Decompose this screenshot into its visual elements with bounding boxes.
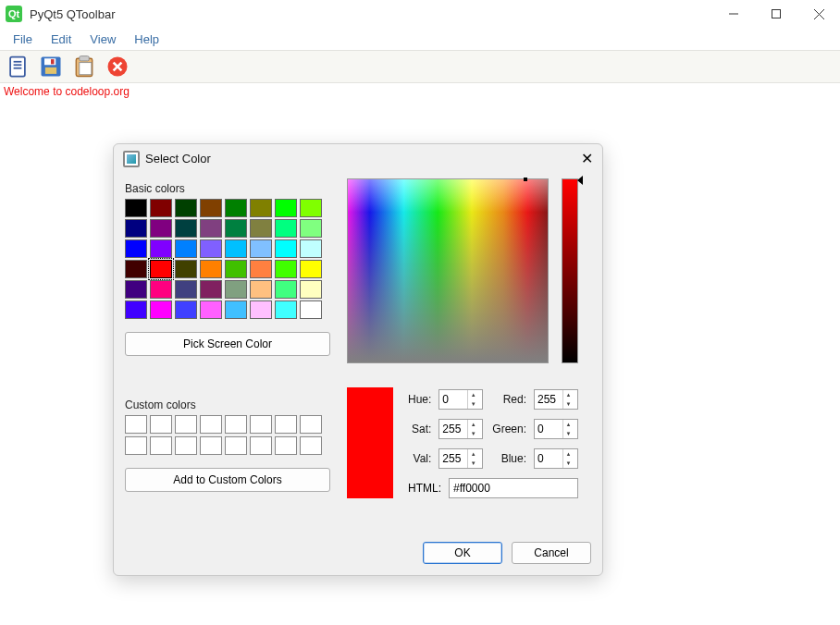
basic-color-swatch[interactable] [225,219,247,238]
basic-color-swatch[interactable] [275,260,297,278]
window-title: PyQt5 QToolbar [30,7,116,21]
new-file-button[interactable] [4,53,31,80]
hue-input[interactable]: ▲▼ [439,389,483,410]
basic-color-swatch[interactable] [250,239,272,258]
basic-color-swatch[interactable] [200,199,222,217]
custom-color-swatch[interactable] [275,436,297,455]
basic-color-swatch[interactable] [200,300,222,319]
basic-color-swatch[interactable] [275,239,297,258]
basic-color-swatch[interactable] [125,199,147,217]
val-label: Val: [404,452,433,465]
paste-button[interactable] [70,53,98,80]
custom-color-swatch[interactable] [275,415,297,434]
custom-color-swatch[interactable] [150,436,172,455]
color-preview [347,387,393,498]
minimize-button[interactable] [712,0,755,28]
html-input[interactable] [449,478,578,498]
basic-color-swatch[interactable] [200,219,222,238]
menu-file[interactable]: File [4,31,42,48]
val-input[interactable]: ▲▼ [439,448,483,469]
menubar: File Edit View Help [0,28,840,50]
sat-val-picker[interactable] [347,178,549,363]
basic-color-swatch[interactable] [300,300,322,319]
toolbar [0,50,840,83]
custom-color-swatch[interactable] [175,436,197,455]
green-input[interactable]: ▲▼ [534,419,578,439]
basic-color-swatch[interactable] [125,239,147,258]
basic-color-swatch[interactable] [175,199,197,217]
basic-color-swatch[interactable] [225,260,247,278]
basic-color-swatch[interactable] [175,260,197,278]
basic-color-swatch[interactable] [225,239,247,258]
basic-color-swatch[interactable] [225,280,247,299]
custom-color-swatch[interactable] [200,415,222,434]
dialog-title: Select Color [145,152,211,165]
basic-color-swatch[interactable] [125,280,147,299]
ok-button[interactable]: OK [423,542,502,564]
custom-color-swatch[interactable] [150,415,172,434]
basic-color-swatch[interactable] [175,300,197,319]
basic-colors-label: Basic colors [125,182,330,195]
basic-color-swatch[interactable] [200,280,222,299]
custom-color-swatch[interactable] [125,436,147,455]
svg-rect-11 [51,59,55,64]
basic-color-swatch[interactable] [300,260,322,278]
custom-color-swatch[interactable] [300,436,322,455]
basic-color-swatch[interactable] [175,239,197,258]
sat-input[interactable]: ▲▼ [439,419,483,439]
basic-color-swatch[interactable] [250,199,272,217]
basic-color-swatch[interactable] [275,280,297,299]
custom-color-swatch[interactable] [300,415,322,434]
basic-color-swatch[interactable] [300,199,322,217]
qt-logo-icon: Qt [6,6,22,22]
basic-color-swatch[interactable] [150,260,172,278]
basic-color-swatch[interactable] [200,260,222,278]
dialog-close-button[interactable]: ✕ [581,150,593,167]
basic-color-swatch[interactable] [150,199,172,217]
menu-edit[interactable]: Edit [42,31,80,48]
custom-color-swatch[interactable] [250,415,272,434]
basic-color-swatch[interactable] [250,260,272,278]
add-custom-colors-button[interactable]: Add to Custom Colors [125,468,330,492]
basic-color-swatch[interactable] [125,300,147,319]
basic-color-swatch[interactable] [125,219,147,238]
basic-color-swatch[interactable] [150,280,172,299]
custom-color-swatch[interactable] [200,436,222,455]
basic-color-swatch[interactable] [250,280,272,299]
blue-input[interactable]: ▲▼ [534,448,578,469]
basic-color-swatch[interactable] [250,219,272,238]
red-input[interactable]: ▲▼ [534,389,578,410]
basic-color-swatch[interactable] [300,280,322,299]
basic-color-swatch[interactable] [175,219,197,238]
basic-color-swatch[interactable] [175,280,197,299]
custom-color-swatch[interactable] [225,415,247,434]
basic-color-swatch[interactable] [275,199,297,217]
basic-color-swatch[interactable] [150,300,172,319]
basic-color-swatch[interactable] [275,219,297,238]
basic-color-swatch[interactable] [300,239,322,258]
basic-color-swatch[interactable] [225,300,247,319]
basic-color-swatch[interactable] [275,300,297,319]
close-doc-button[interactable] [104,53,131,80]
cancel-button[interactable]: Cancel [512,542,591,564]
custom-color-swatch[interactable] [225,436,247,455]
basic-color-swatch[interactable] [200,239,222,258]
basic-color-swatch[interactable] [250,300,272,319]
basic-color-swatch[interactable] [300,219,322,238]
close-window-button[interactable] [797,0,840,28]
basic-color-swatch[interactable] [225,199,247,217]
basic-color-swatch[interactable] [150,239,172,258]
basic-color-swatch[interactable] [125,260,147,278]
menu-view[interactable]: View [80,31,125,48]
value-slider[interactable] [562,178,578,363]
custom-color-swatch[interactable] [250,436,272,455]
pick-screen-color-button[interactable]: Pick Screen Color [125,332,330,356]
save-button[interactable] [37,53,65,80]
menu-help[interactable]: Help [125,31,168,48]
svg-rect-4 [10,57,25,77]
custom-color-swatch[interactable] [175,415,197,434]
maximize-button[interactable] [755,0,797,28]
basic-color-swatch[interactable] [150,219,172,238]
custom-color-swatch[interactable] [125,415,147,434]
svg-rect-13 [80,56,90,61]
